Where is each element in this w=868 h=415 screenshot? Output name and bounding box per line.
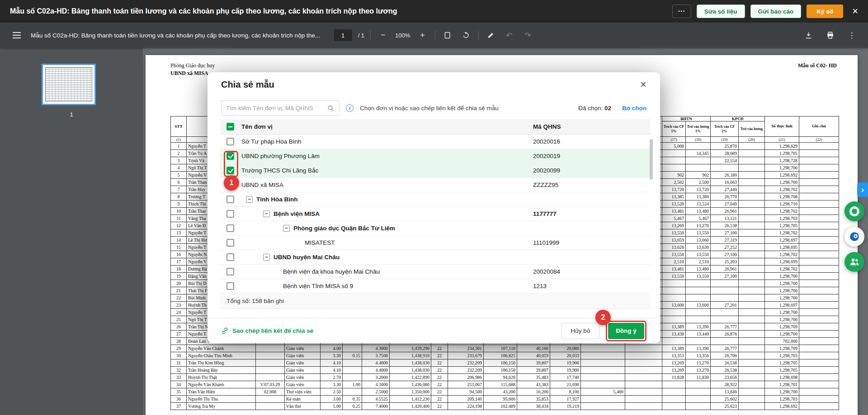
doc-cell: 4.10 <box>321 367 343 374</box>
doc-cell: 13,269 <box>662 359 686 367</box>
doc-cell <box>799 244 839 251</box>
doc-cell <box>581 396 625 403</box>
copy-share-link[interactable]: Sao chép liên kết để chia sẻ <box>221 327 313 335</box>
fit-page-button[interactable] <box>441 29 453 42</box>
doc-col-header: (20) <box>739 137 765 143</box>
unit-name: −Bệnh viện MISA <box>241 210 533 217</box>
doc-cell: 2.70 <box>321 374 343 381</box>
zoom-out-button[interactable]: − <box>377 29 389 42</box>
search-icon[interactable] <box>327 104 335 112</box>
cancel-button[interactable]: Hủy bỏ <box>561 323 599 339</box>
undo-button[interactable]: ↶ <box>503 29 515 42</box>
doc-cell <box>739 287 765 294</box>
checkbox-checked[interactable] <box>226 152 234 160</box>
doc-cell <box>686 396 711 403</box>
doc-cell <box>739 143 765 150</box>
selection-summary: Đã chọn: 02 Bỏ chọn <box>578 105 646 112</box>
doc-cell <box>662 396 686 403</box>
page-number-input[interactable]: 1 <box>334 29 352 41</box>
doc-cell: 27,040 <box>711 201 739 208</box>
redo-button[interactable]: ↷ <box>521 29 534 42</box>
collapse-toggle-icon[interactable]: − <box>246 196 253 203</box>
doc-cell: 209,140 <box>448 396 484 403</box>
toolbar-divider <box>478 30 478 40</box>
zoom-in-button[interactable]: + <box>416 29 429 42</box>
collapse-toggle-icon[interactable]: − <box>263 210 270 217</box>
doc-cell <box>662 338 686 345</box>
checkbox-unchecked[interactable] <box>226 138 234 145</box>
community-widget-button[interactable] <box>844 252 864 272</box>
annotate-button[interactable] <box>484 29 497 42</box>
unit-row[interactable]: MISATEST11101999 <box>220 236 650 250</box>
doc-cell: 19,900 <box>550 367 581 374</box>
checkbox-unchecked[interactable] <box>226 224 234 232</box>
doc-cell: 26,706 <box>711 352 739 359</box>
doc-cell: 5,400 <box>581 388 625 396</box>
doc-cell <box>686 164 711 172</box>
unit-row[interactable]: −Tỉnh Hòa Bình <box>220 192 650 207</box>
unit-row[interactable]: Bệnh viện đa khoa huyện Mai Châu20020084 <box>220 265 650 279</box>
document-org-line2: UBND xã MISA <box>170 70 208 77</box>
checkbox-unchecked[interactable] <box>226 196 234 203</box>
collapse-toggle-icon[interactable]: − <box>263 254 270 261</box>
unit-row[interactable]: −Phòng giáo dục Quận Bắc Từ Liêm <box>220 221 650 236</box>
doc-cell: 1,298,728 <box>765 157 799 164</box>
deselect-link[interactable]: Bỏ chọn <box>622 105 646 112</box>
close-icon[interactable]: × <box>640 79 646 90</box>
collapse-toggle-icon[interactable]: − <box>283 225 290 232</box>
doc-cell: 13,270 <box>686 222 711 229</box>
doc-cell: 1,298,702 <box>765 266 799 273</box>
doc-cell <box>256 345 285 352</box>
panel-toggle-tab[interactable]: › <box>857 182 868 197</box>
more-menu-button[interactable]: ⋮ <box>845 29 858 42</box>
doc-cell: 232,209 <box>448 359 484 367</box>
close-icon[interactable]: × <box>852 6 858 16</box>
checkbox-unchecked[interactable] <box>226 268 234 275</box>
unit-row[interactable]: UBND phường Phương Lâm20020019 <box>220 149 650 163</box>
checkbox-checked[interactable] <box>226 167 234 174</box>
doc-cell <box>581 374 625 381</box>
select-all-checkbox[interactable] <box>226 123 234 131</box>
checkbox-unchecked[interactable] <box>226 210 234 218</box>
search-input[interactable] <box>226 105 327 112</box>
unit-row[interactable]: −UBND huyện Mai Châu <box>220 250 650 265</box>
doc-cell <box>343 388 362 396</box>
send-report-button[interactable]: Gửi báo cáo <box>750 5 802 18</box>
edit-data-button[interactable]: Sửa số liệu <box>697 5 745 18</box>
checkbox-unchecked[interactable] <box>226 239 234 247</box>
doc-cell: 25,602 <box>711 396 739 403</box>
doc-cell: 1,298,697 <box>765 237 799 244</box>
confirm-button[interactable]: Đồng ý <box>608 323 644 339</box>
doc-cell: 2,500 <box>686 179 711 186</box>
total-records: Tổng số: 158 bản ghi <box>220 294 650 309</box>
unit-row[interactable]: −Bệnh viện MISA1177777 <box>220 207 650 221</box>
doc-cell: 13,380 <box>686 193 711 201</box>
more-options-button[interactable]: ··· <box>672 5 691 18</box>
unit-row[interactable]: Bệnh viện Tỉnh MISA số 91213 <box>220 279 650 294</box>
checkbox-unchecked[interactable] <box>226 253 234 261</box>
doc-cell: 13,520 <box>662 201 686 208</box>
support-widget-button[interactable] <box>844 201 864 221</box>
doc-cell: 30 <box>171 352 187 359</box>
doc-cell: 1,298,697 <box>765 302 799 309</box>
unit-row[interactable]: Sở Tư pháp Hòa Bình20020016 <box>220 135 650 149</box>
search-box <box>221 100 340 116</box>
doc-cell <box>662 381 686 388</box>
doc-cell <box>739 309 765 316</box>
doc-cell: 5,467 <box>662 215 686 222</box>
checkbox-unchecked[interactable] <box>226 282 234 290</box>
doc-cell: 27,319 <box>711 237 739 244</box>
doc-cell <box>662 287 686 294</box>
page-thumbnail[interactable] <box>42 64 96 105</box>
chat-widget-button[interactable] <box>844 227 864 247</box>
doc-cell: 13,438 <box>662 331 686 338</box>
rotate-button[interactable] <box>459 29 472 42</box>
download-button[interactable] <box>802 29 815 42</box>
digital-sign-button[interactable]: Ký số <box>807 5 843 18</box>
doc-cell: 3.00 <box>321 396 343 403</box>
menu-icon[interactable] <box>10 28 24 42</box>
scrollbar-thumb[interactable] <box>650 139 653 180</box>
unit-row[interactable]: UBND xã MISAZZZZZ95 <box>220 178 650 192</box>
print-button[interactable] <box>824 29 836 42</box>
unit-row[interactable]: Trường THCS Chi Lăng Bắc20020099 <box>220 163 650 178</box>
